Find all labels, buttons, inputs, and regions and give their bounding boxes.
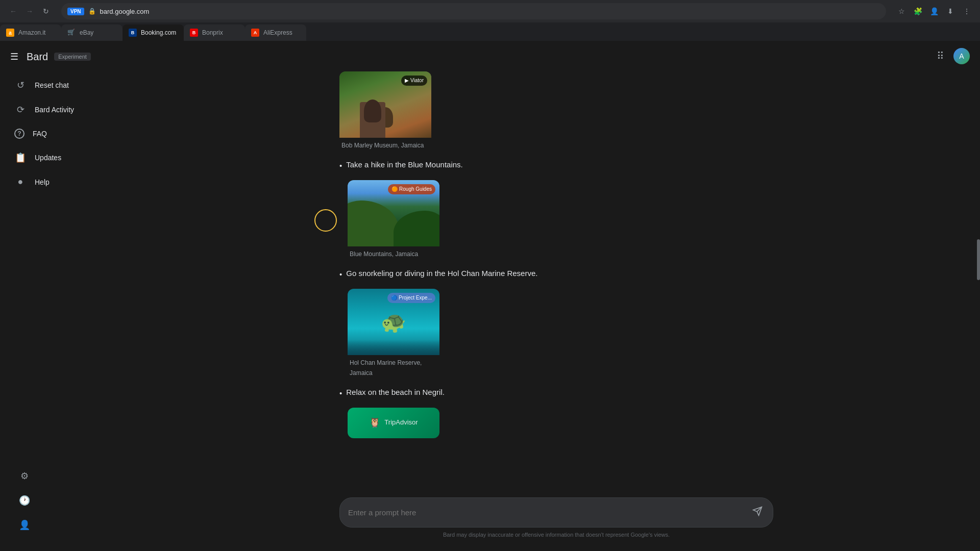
bard-activity-icon: ⟳ — [14, 104, 27, 115]
address-bar[interactable]: VPN 🔒 bard.google.com — [61, 3, 886, 19]
help-label: Help — [35, 178, 50, 186]
bullet-text-1: Take a hike in the Blue Mountains. — [346, 159, 462, 171]
chat-outer: ▶ Viator Bob Marley Museum, Jamaica • Ta… — [133, 71, 980, 491]
updates-icon: 📋 — [14, 152, 27, 163]
blue-mountains-caption: Blue Mountains, Jamaica — [348, 246, 439, 259]
sidebar-header: ☰ Bard Experiment — [0, 45, 133, 68]
lock-icon: 🔒 — [88, 8, 96, 15]
help-icon: ● — [14, 177, 27, 187]
scroll-thumb — [977, 239, 980, 280]
account-icon: 👤 — [18, 519, 31, 531]
sidebar-item-bard-activity[interactable]: ⟳ Bard Activity — [4, 98, 129, 121]
sidebar-item-faq[interactable]: ? FAQ — [4, 122, 129, 145]
prompt-input[interactable] — [348, 508, 744, 517]
visor-badge: ▶ Viator — [401, 76, 427, 86]
tripadvisor-section: 🦉 TripAdvisor — [348, 408, 773, 438]
experiment-badge: Experiment — [54, 53, 91, 61]
back-button[interactable]: ← — [6, 4, 20, 18]
project-exp-badge: 🔵 Project Expe... — [387, 293, 435, 303]
tripadvisor-label: TripAdvisor — [384, 417, 418, 428]
tripadvisor-card[interactable]: 🦉 TripAdvisor — [348, 408, 439, 438]
chat-messages: ▶ Viator Bob Marley Museum, Jamaica • Ta… — [339, 71, 773, 457]
sidebar-item-account[interactable]: 👤 — [8, 513, 125, 537]
browser-toolbar: ← → ↻ VPN 🔒 bard.google.com ☆ 🧩 👤 ⬇ ⋮ — [0, 0, 980, 22]
bullet-item-3: • Relax on the beach in Negril. — [339, 386, 773, 399]
tab-booking[interactable]: B Booking.com — [122, 24, 184, 41]
top-bar: ⠿ A — [133, 41, 980, 71]
blue-mountains-image: 🟠 Rough Guides — [348, 180, 439, 246]
tab-aliexpress[interactable]: A AliExpress — [245, 24, 306, 41]
tabs-bar: a Amazon.it 🛒 eBay B Booking.com B Bonpr… — [0, 22, 980, 41]
disclaimer: Bard may display inaccurate or offensive… — [339, 532, 773, 538]
bullet-item-2: • Go snorkeling or diving in the Hol Cha… — [339, 267, 773, 281]
content-area: ⠿ A — [133, 41, 980, 546]
hol-chan-caption: Hol Chan Marine Reserve, Jamaica — [348, 355, 439, 378]
sidebar-item-unknown1[interactable]: 🕐 — [8, 489, 125, 512]
bob-marley-image: ▶ Viator — [339, 71, 431, 138]
bob-marley-section: ▶ Viator Bob Marley Museum, Jamaica — [339, 71, 773, 151]
bullet-dot-2: • — [339, 268, 342, 281]
sidebar-item-help[interactable]: ● Help — [4, 170, 129, 193]
sidebar-item-reset-chat[interactable]: ↺ Reset chat — [4, 73, 129, 97]
bullet-dot-3: • — [339, 387, 342, 399]
tab-bonprix-title: Bonprix — [202, 29, 239, 36]
bob-marley-caption: Bob Marley Museum, Jamaica — [339, 138, 431, 151]
blue-mountains-image-card: 🟠 Rough Guides Blue Mountains, Jamaica — [348, 180, 439, 259]
unknown1-icon: 🕐 — [18, 495, 31, 506]
download-button[interactable]: ⬇ — [943, 4, 958, 18]
faq-label: FAQ — [33, 130, 47, 138]
response-content: ▶ Viator Bob Marley Museum, Jamaica • Ta… — [339, 71, 773, 438]
hol-chan-image-card: 🔵 Project Expe... Hol Chan Marine Reserv… — [348, 289, 439, 378]
prompt-inner: Bard may display inaccurate or offensive… — [339, 497, 773, 538]
address-text: bard.google.com — [100, 8, 150, 15]
nav-buttons: ← → ↻ — [6, 4, 53, 18]
sidebar-bottom: ⚙ 🕐 👤 — [0, 460, 133, 542]
extensions-button[interactable]: 🧩 — [911, 4, 925, 18]
tab-booking-title: Booking.com — [141, 29, 178, 36]
bullet-text-2: Go snorkeling or diving in the Hol Chan … — [346, 267, 537, 280]
apps-button[interactable]: ⠿ — [934, 47, 947, 65]
chat-content[interactable]: ▶ Viator Bob Marley Museum, Jamaica • Ta… — [133, 71, 980, 467]
avatar[interactable]: A — [953, 48, 970, 64]
vpn-badge: VPN — [67, 8, 84, 15]
forward-button[interactable]: → — [22, 4, 37, 18]
blue-mountains-section: 🟠 Rough Guides Blue Mountains, Jamaica — [348, 180, 773, 259]
reload-button[interactable]: ↻ — [39, 4, 53, 18]
browser-chrome: ← → ↻ VPN 🔒 bard.google.com ☆ 🧩 👤 ⬇ ⋮ a … — [0, 0, 980, 41]
prompt-bar: Bard may display inaccurate or offensive… — [133, 491, 980, 546]
reset-chat-icon: ↺ — [14, 80, 27, 91]
bullet-item-1: • Take a hike in the Blue Mountains. — [339, 159, 773, 172]
main-layout: ☰ Bard Experiment ↺ Reset chat ⟳ Bard Ac… — [0, 41, 980, 546]
scrollbar[interactable] — [976, 71, 980, 491]
sidebar-item-settings[interactable]: ⚙ — [8, 464, 125, 488]
menu-button[interactable]: ⋮ — [960, 4, 974, 18]
tab-ebay-title: eBay — [80, 29, 116, 36]
reset-chat-label: Reset chat — [35, 81, 69, 89]
sidebar: ☰ Bard Experiment ↺ Reset chat ⟳ Bard Ac… — [0, 41, 133, 546]
profile-button[interactable]: 👤 — [927, 4, 941, 18]
hol-chan-section: 🔵 Project Expe... Hol Chan Marine Reserv… — [348, 289, 773, 378]
tab-bonprix[interactable]: B Bonprix — [184, 24, 245, 41]
sidebar-item-updates[interactable]: 📋 Updates — [4, 146, 129, 169]
bullet-dot-1: • — [339, 160, 342, 172]
prompt-input-wrap — [339, 497, 773, 528]
tab-aliexpress-title: AliExpress — [263, 29, 300, 36]
hamburger-button[interactable]: ☰ — [8, 49, 20, 64]
settings-icon: ⚙ — [18, 470, 31, 482]
bard-activity-label: Bard Activity — [35, 106, 74, 114]
rough-guides-badge: 🟠 Rough Guides — [388, 184, 435, 194]
tab-ebay[interactable]: 🛒 eBay — [61, 24, 122, 41]
browser-actions: ☆ 🧩 👤 ⬇ ⋮ — [894, 4, 974, 18]
tab-amazon-title: Amazon.it — [18, 29, 55, 36]
bard-logo: Bard — [27, 51, 48, 63]
updates-label: Updates — [35, 154, 61, 162]
send-button[interactable] — [750, 504, 765, 521]
sidebar-menu: ↺ Reset chat ⟳ Bard Activity ? FAQ 📋 Upd… — [0, 72, 133, 194]
bullet-text-3: Relax on the beach in Negril. — [346, 386, 445, 398]
tab-amazon[interactable]: a Amazon.it — [0, 24, 61, 41]
bob-marley-image-card: ▶ Viator Bob Marley Museum, Jamaica — [339, 71, 431, 151]
bookmark-button[interactable]: ☆ — [894, 4, 909, 18]
hol-chan-image: 🔵 Project Expe... — [348, 289, 439, 355]
faq-icon: ? — [14, 129, 24, 139]
